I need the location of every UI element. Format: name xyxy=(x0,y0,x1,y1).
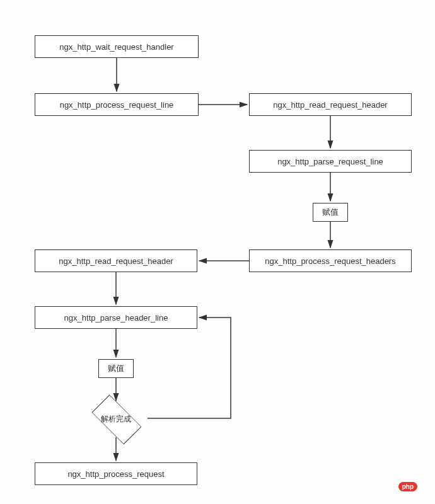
label: ngx_http_process_request xyxy=(67,469,164,479)
php-badge: php xyxy=(398,482,417,491)
node-read-request-header-1: ngx_http_read_request_header xyxy=(249,93,412,116)
label: ngx_http_parse_request_line xyxy=(277,157,383,166)
node-assign-1: 赋值 xyxy=(313,203,348,222)
node-process-request: ngx_http_process_request xyxy=(35,462,197,485)
node-read-request-header-2: ngx_http_read_request_header xyxy=(35,249,197,272)
node-parse-request-line: ngx_http_parse_request_line xyxy=(249,150,412,173)
label: ngx_http_wait_request_handler xyxy=(59,42,173,52)
label: ngx_http_read_request_header xyxy=(273,100,387,110)
label: ngx_http_read_request_header xyxy=(59,256,173,266)
node-wait-request: ngx_http_wait_request_handler xyxy=(35,35,199,58)
node-process-request-line: ngx_http_process_request_line xyxy=(35,93,199,116)
label: ngx_http_process_request_headers xyxy=(265,256,395,266)
badge-label: php xyxy=(402,483,414,490)
label: 赋值 xyxy=(108,363,124,374)
label: 赋值 xyxy=(322,207,339,218)
label: ngx_http_parse_header_line xyxy=(64,313,168,323)
node-parse-header-line: ngx_http_parse_header_line xyxy=(35,306,197,329)
node-process-request-headers: ngx_http_process_request_headers xyxy=(249,249,412,272)
label: ngx_http_process_request_line xyxy=(60,100,174,110)
node-assign-2: 赋值 xyxy=(98,359,134,378)
label: 解析完成 xyxy=(101,414,131,425)
node-parse-done: 解析完成 xyxy=(84,403,148,435)
